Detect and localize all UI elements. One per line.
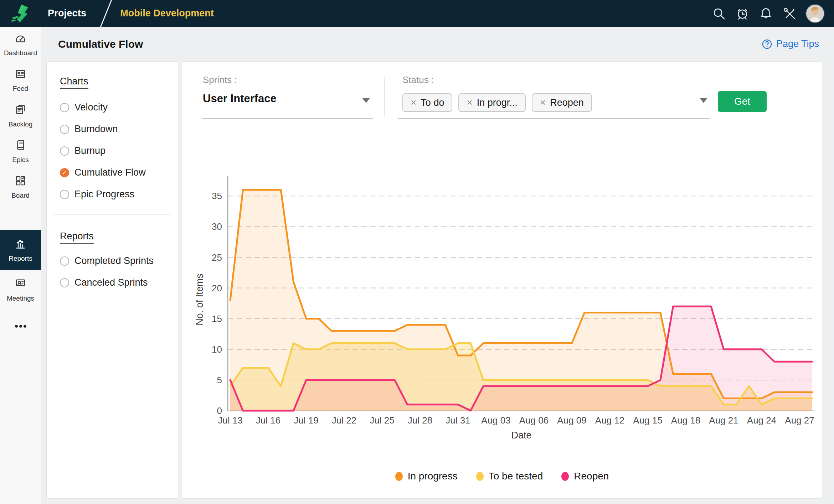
svg-text:0: 0 (217, 405, 222, 416)
main-area: Cumulative Flow Page Tips Charts Velocit… (41, 27, 834, 504)
svg-text:Aug 24: Aug 24 (747, 415, 776, 426)
report-option-completed-sprints[interactable]: Completed Sprints (60, 250, 178, 272)
sidebar-item-reports[interactable]: Reports (0, 230, 41, 270)
sidebar-item-label: Backlog (9, 120, 33, 128)
sidebar-item-epics[interactable]: Epics (0, 134, 41, 169)
top-bar: Projects Mobile Development (0, 0, 834, 27)
cumulative-flow-card: Sprints : User Interface Status : ×To do… (182, 61, 822, 499)
sprint-selected-value: User Interface (203, 92, 277, 105)
projects-menu[interactable]: Projects (48, 8, 86, 19)
notifications-icon[interactable] (758, 6, 773, 21)
svg-text:15: 15 (212, 313, 222, 324)
board-icon (14, 175, 27, 188)
sidebar-item-label: Board (11, 192, 30, 199)
sidebar-item-label: Feed (13, 85, 28, 93)
chart-option-epic-progress[interactable]: Epic Progress (60, 183, 178, 205)
remove-icon[interactable]: × (540, 98, 546, 108)
svg-text:10: 10 (212, 344, 222, 355)
option-label: Completed Sprints (74, 255, 154, 266)
chart-selector-panel: Charts VelocityBurndownBurnup✓Cumulative… (46, 61, 178, 499)
backlog-icon (14, 103, 27, 117)
chart-option-velocity[interactable]: Velocity (60, 97, 178, 118)
status-chip-reopen[interactable]: ×Reopen (532, 93, 592, 112)
legend-item-in-progress[interactable]: In progress (395, 471, 458, 482)
option-label: Epic Progress (74, 189, 134, 200)
svg-text:No. of Items: No. of Items (194, 274, 205, 326)
svg-text:Date: Date (511, 430, 531, 441)
svg-text:Jul 22: Jul 22 (332, 415, 356, 426)
meetings-icon (14, 277, 27, 291)
remove-icon[interactable]: × (467, 98, 472, 108)
radio-icon (60, 125, 69, 134)
svg-text:30: 30 (212, 221, 222, 232)
sidebar-more-button[interactable] (0, 310, 41, 342)
tools-icon[interactable] (782, 6, 797, 21)
legend-item-reopen[interactable]: Reopen (561, 471, 609, 482)
chart-option-burnup[interactable]: Burnup (60, 140, 178, 162)
report-option-canceled-sprints[interactable]: Canceled Sprints (60, 272, 178, 293)
feed-icon (14, 68, 27, 82)
sidebar-item-label: Epics (12, 156, 29, 164)
sidebar-item-board[interactable]: Board (0, 169, 41, 205)
svg-text:Aug 27: Aug 27 (785, 415, 814, 426)
panel-divider (53, 214, 171, 215)
chart-option-cumulative-flow[interactable]: ✓Cumulative Flow (60, 162, 178, 183)
filter-divider (384, 77, 385, 117)
sidebar-item-backlog[interactable]: Backlog (0, 98, 41, 134)
sidebar-item-label: Meetings (7, 295, 34, 302)
sprints-logo-icon[interactable] (10, 3, 32, 24)
sidebar-nav: DashboardFeedBacklogEpicsBoardReportsMee… (0, 27, 41, 504)
get-button[interactable]: Get (718, 91, 767, 112)
dashboard-icon (14, 32, 27, 46)
sidebar-item-feed[interactable]: Feed (0, 62, 41, 98)
sprint-select[interactable]: User Interface (203, 92, 277, 105)
question-circle-icon (761, 38, 773, 50)
radio-icon (60, 146, 69, 156)
current-project-name[interactable]: Mobile Development (120, 8, 214, 19)
radio-icon (60, 190, 69, 199)
svg-text:Aug 21: Aug 21 (709, 415, 738, 426)
chart-legend: In progressTo be testedReopen (182, 471, 822, 482)
status-select-underline (398, 118, 710, 119)
chip-label: In progr... (477, 97, 518, 108)
remove-icon[interactable]: × (411, 98, 416, 108)
sidebar-item-meetings[interactable]: Meetings (0, 270, 41, 310)
search-icon[interactable] (711, 6, 726, 21)
sprints-label: Sprints : (203, 74, 237, 85)
option-label: Cumulative Flow (74, 167, 146, 178)
legend-dot-icon (561, 472, 569, 481)
sidebar-item-label: Reports (9, 255, 32, 263)
chevron-down-icon[interactable] (362, 98, 370, 103)
svg-text:20: 20 (212, 283, 222, 293)
legend-item-to-be-tested[interactable]: To be tested (476, 471, 543, 482)
radio-selected-icon: ✓ (60, 168, 69, 177)
chart-option-burndown[interactable]: Burndown (60, 118, 178, 140)
more-dots-icon (13, 318, 29, 334)
svg-text:Aug 18: Aug 18 (671, 415, 700, 426)
charts-heading: Charts (60, 76, 88, 89)
page-tips-link[interactable]: Page Tips (761, 38, 819, 50)
legend-label: In progress (408, 471, 458, 482)
svg-text:Aug 06: Aug 06 (519, 415, 549, 426)
svg-text:Jul 28: Jul 28 (408, 415, 432, 426)
chevron-down-icon[interactable] (700, 98, 707, 103)
user-avatar[interactable] (805, 4, 825, 23)
status-chip-in-progr[interactable]: ×In progr... (458, 93, 525, 112)
cumulative-flow-chart: 05101520253035Jul 13Jul 16Jul 19Jul 22Ju… (182, 165, 822, 453)
chart-options-list: VelocityBurndownBurnup✓Cumulative FlowEp… (47, 97, 178, 205)
svg-text:5: 5 (217, 375, 222, 385)
radio-icon (60, 278, 69, 287)
page-tips-label: Page Tips (776, 38, 819, 50)
option-label: Burnup (74, 145, 105, 156)
svg-text:Jul 25: Jul 25 (370, 415, 394, 426)
option-label: Burndown (74, 124, 118, 135)
sidebar-item-dashboard[interactable]: Dashboard (0, 27, 41, 62)
status-chip-to-do[interactable]: ×To do (402, 93, 452, 112)
svg-text:25: 25 (212, 252, 222, 263)
breadcrumb-divider (100, 0, 114, 28)
svg-text:Aug 12: Aug 12 (595, 415, 624, 426)
page-header: Cumulative Flow Page Tips (41, 27, 834, 61)
epics-icon (14, 139, 27, 153)
history-icon[interactable] (735, 6, 750, 21)
chip-label: To do (421, 97, 444, 108)
